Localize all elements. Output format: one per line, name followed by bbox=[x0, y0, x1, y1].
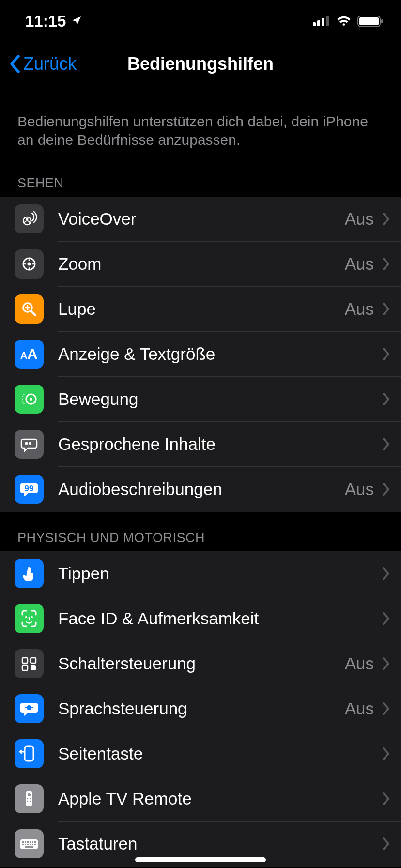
row-body: Apple TV Remote bbox=[58, 776, 401, 822]
svg-point-27 bbox=[31, 616, 33, 618]
chevron-right-icon bbox=[382, 566, 390, 581]
chevron-right-icon bbox=[382, 212, 390, 226]
row-audiodesc[interactable]: 99 AudiobeschreibungenAus bbox=[0, 467, 401, 512]
svg-rect-47 bbox=[30, 841, 31, 843]
chevron-right-icon bbox=[382, 701, 390, 716]
row-label: Zoom bbox=[58, 254, 345, 274]
chevron-left-icon bbox=[9, 54, 21, 74]
row-lupe[interactable]: LupeAus bbox=[0, 287, 401, 332]
row-value: Aus bbox=[345, 654, 374, 673]
row-body: ZoomAus bbox=[58, 242, 401, 287]
chevron-right-icon bbox=[382, 791, 390, 806]
row-label: Schaltersteuerung bbox=[58, 654, 345, 673]
row-label: Bewegung bbox=[58, 389, 382, 409]
speech-icon bbox=[15, 430, 44, 459]
svg-rect-3 bbox=[326, 16, 329, 26]
location-icon bbox=[71, 12, 82, 31]
svg-rect-56 bbox=[25, 846, 33, 848]
row-label: Seitentaste bbox=[58, 744, 382, 763]
sidebutton-icon bbox=[15, 739, 44, 768]
row-body: Bewegung bbox=[58, 377, 401, 422]
chevron-right-icon bbox=[382, 746, 390, 761]
keyboard-icon bbox=[15, 829, 44, 858]
chevron-right-icon bbox=[382, 611, 390, 626]
back-label: Zurück bbox=[23, 54, 77, 74]
row-label: Lupe bbox=[58, 299, 345, 319]
row-zoom[interactable]: ZoomAus bbox=[0, 242, 401, 287]
svg-rect-24 bbox=[29, 442, 31, 445]
row-label: Audiobeschreibungen bbox=[58, 480, 345, 499]
textsize-icon: A A bbox=[15, 340, 44, 369]
svg-rect-2 bbox=[322, 18, 324, 26]
row-body: SprachsteuerungAus bbox=[58, 686, 401, 731]
svg-text:A: A bbox=[20, 350, 27, 361]
row-spoken[interactable]: Gesprochene Inhalte bbox=[0, 422, 401, 467]
svg-point-32 bbox=[27, 705, 31, 710]
svg-rect-49 bbox=[34, 841, 36, 843]
svg-rect-51 bbox=[25, 844, 26, 845]
svg-point-22 bbox=[30, 398, 32, 401]
row-side[interactable]: Seitentaste bbox=[0, 731, 401, 776]
wifi-icon bbox=[336, 16, 352, 27]
status-right bbox=[313, 15, 384, 28]
row-value: Aus bbox=[345, 254, 374, 274]
section-header: SEHEN bbox=[0, 157, 401, 197]
svg-point-13 bbox=[24, 264, 26, 265]
svg-rect-5 bbox=[359, 17, 379, 25]
row-value: Aus bbox=[345, 209, 374, 229]
row-label: Face ID & Aufmerksamkeit bbox=[58, 609, 382, 628]
row-body: AudiobeschreibungenAus bbox=[58, 467, 401, 512]
row-value: Aus bbox=[345, 699, 374, 718]
row-voice[interactable]: SprachsteuerungAus bbox=[0, 686, 401, 731]
home-indicator[interactable] bbox=[135, 857, 266, 862]
row-faceid[interactable]: Face ID & Aufmerksamkeit bbox=[0, 596, 401, 641]
svg-point-39 bbox=[27, 798, 29, 800]
svg-rect-50 bbox=[22, 844, 24, 845]
battery-icon bbox=[357, 15, 384, 28]
motion-icon bbox=[15, 385, 44, 414]
chevron-right-icon bbox=[382, 482, 390, 496]
row-body: VoiceOverAus bbox=[58, 197, 401, 242]
row-label: Apple TV Remote bbox=[58, 789, 382, 808]
svg-rect-1 bbox=[317, 20, 320, 26]
row-voiceover[interactable]: VoiceOverAus bbox=[0, 197, 401, 242]
faceid-icon bbox=[15, 604, 44, 633]
status-bar: 11:15 bbox=[0, 0, 401, 43]
svg-point-40 bbox=[30, 798, 31, 800]
row-value: Aus bbox=[345, 299, 374, 319]
svg-text:99: 99 bbox=[25, 484, 34, 493]
svg-rect-48 bbox=[32, 841, 33, 843]
svg-rect-0 bbox=[313, 22, 316, 26]
cellular-icon bbox=[313, 16, 330, 27]
chevron-right-icon bbox=[382, 302, 390, 316]
svg-point-12 bbox=[28, 267, 30, 269]
row-switch[interactable]: SchaltersteuerungAus bbox=[0, 641, 401, 686]
back-button[interactable]: Zurück bbox=[0, 54, 77, 74]
svg-point-42 bbox=[30, 801, 31, 802]
remote-icon bbox=[15, 784, 44, 813]
svg-point-10 bbox=[28, 263, 31, 266]
svg-rect-23 bbox=[25, 442, 28, 445]
svg-rect-29 bbox=[31, 658, 36, 663]
row-motion[interactable]: Bewegung bbox=[0, 377, 401, 422]
svg-point-26 bbox=[25, 616, 27, 618]
chevron-right-icon bbox=[382, 837, 390, 851]
svg-point-14 bbox=[32, 264, 34, 265]
intro-text: Bedienungshilfen unterstützen dich dabei… bbox=[0, 85, 401, 157]
row-body: Seitentaste bbox=[58, 731, 401, 776]
nav-bar: Zurück Bedienungshilfen bbox=[0, 43, 401, 85]
chevron-right-icon bbox=[382, 656, 390, 671]
settings-group: Tippen Face ID & Aufmerksamkeit Schalter… bbox=[0, 551, 401, 867]
svg-rect-35 bbox=[25, 746, 33, 761]
row-appletv[interactable]: Apple TV Remote bbox=[0, 776, 401, 822]
row-display[interactable]: A A Anzeige & Textgröße bbox=[0, 332, 401, 377]
section-header: PHYSISCH UND MOTORISCH bbox=[0, 512, 401, 551]
row-body: Gesprochene Inhalte bbox=[58, 422, 401, 467]
row-touch[interactable]: Tippen bbox=[0, 551, 401, 596]
svg-point-11 bbox=[28, 259, 30, 261]
zoom-icon bbox=[15, 249, 44, 279]
svg-rect-53 bbox=[30, 844, 31, 845]
magnifier-icon bbox=[15, 294, 44, 324]
row-body: Face ID & Aufmerksamkeit bbox=[58, 596, 401, 641]
svg-rect-6 bbox=[381, 19, 383, 23]
